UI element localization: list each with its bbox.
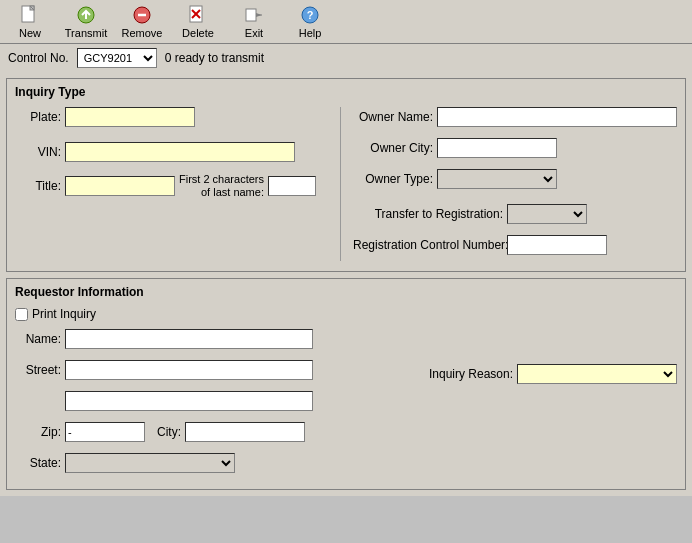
help-icon: ? — [299, 4, 321, 26]
city-label: City: — [149, 425, 181, 439]
help-button[interactable]: ? Help — [284, 3, 336, 41]
street2-input[interactable] — [65, 391, 313, 411]
remove-icon — [131, 4, 153, 26]
delete-button[interactable]: Delete — [172, 3, 224, 41]
state-label: State: — [15, 456, 61, 470]
status-bar: Control No. GCY9201 0 ready to transmit — [0, 44, 692, 72]
plate-label: Plate: — [15, 110, 61, 124]
exit-label: Exit — [245, 27, 263, 39]
zip-label: Zip: — [15, 425, 61, 439]
owner-name-row: Owner Name: — [353, 107, 677, 127]
ready-to-transmit-text: 0 ready to transmit — [165, 51, 264, 65]
transfer-label: Transfer to Registration: — [353, 207, 503, 221]
title-row: Title: First 2 charactersof last name: — [15, 173, 328, 199]
transmit-label: Transmit — [65, 27, 107, 39]
plate-input[interactable] — [65, 107, 195, 127]
reg-control-row: Registration Control Number: — [353, 235, 677, 255]
owner-type-row: Owner Type: — [353, 169, 677, 189]
requestor-info-title: Requestor Information — [15, 285, 677, 299]
owner-name-input[interactable] — [437, 107, 677, 127]
delete-label: Delete — [182, 27, 214, 39]
owner-name-label: Owner Name: — [353, 110, 433, 124]
help-label: Help — [299, 27, 322, 39]
zip-city-row: Zip: City: — [15, 422, 397, 442]
transfer-row: Transfer to Registration: — [353, 204, 677, 224]
new-button[interactable]: New — [4, 3, 56, 41]
owner-type-label: Owner Type: — [353, 172, 433, 186]
title-input[interactable] — [65, 176, 175, 196]
delete-icon — [187, 4, 209, 26]
street-label: Street: — [15, 363, 61, 377]
vin-row: VIN: — [15, 142, 328, 162]
transfer-select[interactable] — [507, 204, 587, 224]
last-name-hint: First 2 charactersof last name: — [179, 173, 264, 199]
control-no-select[interactable]: GCY9201 — [77, 48, 157, 68]
street-input[interactable] — [65, 360, 313, 380]
print-inquiry-row: Print Inquiry — [15, 307, 677, 321]
owner-city-input[interactable] — [437, 138, 557, 158]
zip-input[interactable] — [65, 422, 145, 442]
print-inquiry-label: Print Inquiry — [32, 307, 96, 321]
title-label: Title: — [15, 179, 61, 193]
owner-type-select[interactable] — [437, 169, 557, 189]
toolbar: New Transmit Remove Del — [0, 0, 692, 44]
vin-input[interactable] — [65, 142, 295, 162]
vin-label: VIN: — [15, 145, 61, 159]
inquiry-type-title: Inquiry Type — [15, 85, 677, 99]
name-row: Name: — [15, 329, 397, 349]
state-row: State: — [15, 453, 397, 473]
control-no-label: Control No. — [8, 51, 69, 65]
main-content: Inquiry Type Plate: VIN: Title: Fir — [0, 72, 692, 496]
owner-city-label: Owner City: — [353, 141, 433, 155]
inquiry-reason-select[interactable] — [517, 364, 677, 384]
owner-city-row: Owner City: — [353, 138, 677, 158]
print-inquiry-checkbox[interactable] — [15, 308, 28, 321]
city-input[interactable] — [185, 422, 305, 442]
transmit-button[interactable]: Transmit — [60, 3, 112, 41]
inquiry-reason-label: Inquiry Reason: — [413, 367, 513, 381]
transmit-icon — [75, 4, 97, 26]
street2-row — [15, 391, 397, 411]
requestor-info-panel: Requestor Information Print Inquiry Name… — [6, 278, 686, 490]
plate-row: Plate: — [15, 107, 328, 127]
svg-rect-10 — [246, 9, 256, 21]
remove-label: Remove — [122, 27, 163, 39]
new-icon — [19, 4, 41, 26]
name-input[interactable] — [65, 329, 313, 349]
exit-icon — [243, 4, 265, 26]
exit-button[interactable]: Exit — [228, 3, 280, 41]
inquiry-reason-row: Inquiry Reason: — [413, 364, 677, 384]
last-name-input[interactable] — [268, 176, 316, 196]
state-select[interactable] — [65, 453, 235, 473]
name-label: Name: — [15, 332, 61, 346]
street-row: Street: — [15, 360, 397, 380]
reg-control-input[interactable] — [507, 235, 607, 255]
reg-control-label: Registration Control Number: — [353, 238, 503, 252]
svg-text:?: ? — [307, 9, 314, 21]
inquiry-type-panel: Inquiry Type Plate: VIN: Title: Fir — [6, 78, 686, 272]
new-label: New — [19, 27, 41, 39]
remove-button[interactable]: Remove — [116, 3, 168, 41]
